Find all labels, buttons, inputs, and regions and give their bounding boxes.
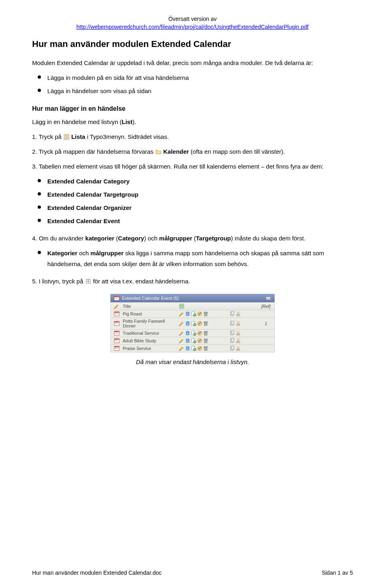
text-bold: Category <box>118 235 144 242</box>
event-icon <box>114 330 120 336</box>
folder-icon <box>155 149 162 155</box>
hide-icon[interactable] <box>197 321 203 326</box>
new-after-icon[interactable] <box>191 321 197 326</box>
info-icon[interactable] <box>185 311 190 317</box>
record-list-panel: Extended Calendar Event (5) Title [Ref] … <box>110 294 275 352</box>
expand-icon <box>85 279 91 284</box>
text: för att visa t.ex. endast händelserna. <box>91 278 190 285</box>
row-title[interactable]: Potts Family Farewell Dinner <box>123 319 176 328</box>
text: Lägg in en händelse med listvyn ( <box>32 118 122 125</box>
record-header-label: Extended Calendar Event (5) <box>122 296 263 301</box>
list-item: Extended Calendar Organizer <box>47 202 353 213</box>
list-view-icon <box>63 134 70 140</box>
table-row: Praise Service <box>110 345 275 352</box>
record-list-header: Extended Calendar Event (5) <box>110 294 275 302</box>
copy-icon[interactable] <box>229 311 235 317</box>
trash-icon[interactable] <box>203 338 209 344</box>
list-item: Extended Calendar Category <box>47 176 353 187</box>
table-row: Adult Bible Study <box>110 337 275 345</box>
new-after-icon[interactable] <box>191 338 197 344</box>
info-icon[interactable] <box>185 338 190 344</box>
text: ( <box>192 235 196 242</box>
event-icon <box>114 295 120 301</box>
event-icon <box>114 338 120 344</box>
pencil-icon[interactable] <box>179 311 184 317</box>
cut-icon[interactable] <box>235 321 241 326</box>
row-title[interactable]: Traditional Service <box>123 331 176 336</box>
trash-icon[interactable] <box>203 330 209 336</box>
table-row: Potts Family Farewell Dinner 1 <box>110 318 275 330</box>
text: och <box>77 250 91 256</box>
trash-icon[interactable] <box>203 346 209 351</box>
copy-icon[interactable] <box>229 330 235 336</box>
pencil-icon[interactable] <box>114 303 120 309</box>
text: (ofta en mapp som den till vänster). <box>189 148 285 155</box>
collapse-icon[interactable] <box>265 295 271 301</box>
list-item: Kategorier och målgrupper ska ligga i sa… <box>47 248 353 269</box>
page-header: Översatt version av http://webempoweredc… <box>32 15 353 31</box>
record-column-header: Title [Ref] <box>110 302 275 310</box>
info-icon[interactable] <box>185 330 190 336</box>
cut-icon[interactable] <box>235 338 241 344</box>
text: ). <box>132 118 136 125</box>
column-ref: [Ref] <box>260 304 272 309</box>
header-source-link[interactable]: http://webempoweredchurch.com/fileadmin/… <box>77 24 309 30</box>
new-after-icon[interactable] <box>191 330 197 336</box>
hide-icon[interactable] <box>197 346 203 351</box>
text: i Typo3menyn. Sidträdet visas. <box>85 133 169 140</box>
page-title: Hur man använder modulen Extended Calend… <box>32 39 353 49</box>
text-bold: List <box>122 118 132 125</box>
hide-icon[interactable] <box>197 311 203 317</box>
text-bold: Lista <box>70 133 85 140</box>
pencil-icon[interactable] <box>179 330 184 336</box>
trash-icon[interactable] <box>203 321 209 326</box>
hide-icon[interactable] <box>197 330 203 336</box>
text-bold: målgrupper <box>159 235 192 242</box>
column-title: Title <box>123 304 176 309</box>
pencil-icon[interactable] <box>179 321 184 326</box>
table-row: Pig Roast <box>110 310 275 318</box>
footer-right: Sidan 1 av 5 <box>322 570 353 576</box>
cut-icon[interactable] <box>235 346 241 351</box>
new-after-icon[interactable] <box>191 346 197 351</box>
info-icon[interactable] <box>185 346 190 351</box>
text-bold: Kalender <box>162 148 189 155</box>
new-after-icon[interactable] <box>191 311 197 317</box>
row-ref: 1 <box>260 321 272 326</box>
list-item: Extended Calendar Event <box>47 216 353 226</box>
text-bold: Targetgroup <box>196 235 231 242</box>
row-title[interactable]: Adult Bible Study <box>123 338 176 343</box>
page-footer: Hur man använder modulen Extended Calend… <box>32 570 353 576</box>
list-item: Lägga in modulen på en sida för att visa… <box>47 72 353 83</box>
text: ( <box>114 235 118 242</box>
text: 2. Tryck på mappen där händelserna förva… <box>32 148 155 155</box>
text-bold: Kategorier <box>47 250 77 256</box>
text: ) och <box>144 235 159 242</box>
figure-caption: Då man visar endast händelserna i listvy… <box>32 356 353 367</box>
step-2: 2. Tryck på mappen där händelserna förva… <box>32 146 353 157</box>
page: Översatt version av http://webempoweredc… <box>0 0 385 588</box>
event-icon <box>114 346 120 351</box>
hide-icon[interactable] <box>197 338 203 344</box>
row-title[interactable]: Praise Service <box>123 346 176 351</box>
list-item: Extended Calendar Targetgroup <box>47 189 353 200</box>
cut-icon[interactable] <box>235 330 241 336</box>
trash-icon[interactable] <box>203 311 209 317</box>
step-1: 1. Tryck på Lista i Typo3menyn. Sidträde… <box>32 131 353 142</box>
step4-sub-bullet: Kategorier och målgrupper ska ligga i sa… <box>32 248 353 269</box>
row-title[interactable]: Pig Roast <box>123 311 176 316</box>
pencil-icon[interactable] <box>179 338 184 344</box>
csv-export-icon[interactable] <box>179 303 184 309</box>
element-bullet-list: Extended Calendar Category Extended Cale… <box>32 176 353 226</box>
step-intro: Lägg in en händelse med listvyn (List). <box>32 116 353 127</box>
copy-icon[interactable] <box>229 321 235 326</box>
text-bold: målgrupper <box>91 250 124 256</box>
step-3: 3. Tabellen med element visas till höger… <box>32 161 353 172</box>
pencil-icon[interactable] <box>179 346 184 351</box>
info-icon[interactable] <box>185 321 190 326</box>
copy-icon[interactable] <box>229 338 235 344</box>
copy-icon[interactable] <box>229 346 235 351</box>
section-title-add-event: Hur man lägger in en händelse <box>32 105 353 112</box>
header-line1: Översatt version av <box>168 16 217 22</box>
cut-icon[interactable] <box>235 311 241 317</box>
